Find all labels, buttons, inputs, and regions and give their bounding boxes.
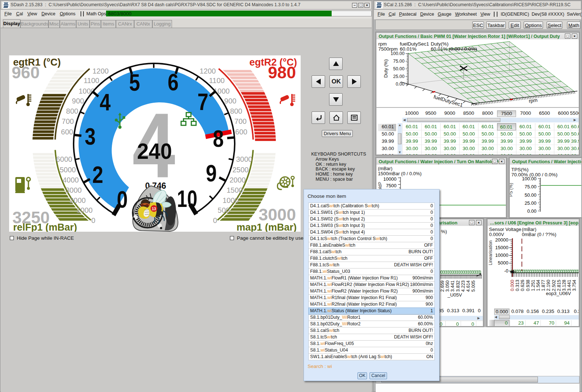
svg-text:15000: 15000	[495, 245, 508, 250]
svg-text:map1 (mBar): map1 (mBar)	[237, 222, 297, 232]
svg-text:13: 13	[152, 207, 156, 211]
svg-text:0: 0	[117, 187, 128, 213]
svg-text:900: 900	[224, 97, 236, 105]
svg-text:2000: 2000	[70, 196, 86, 204]
svg-text:2.190: 2.190	[546, 280, 551, 291]
svg-text:-0: -0	[504, 268, 508, 274]
svg-text:1.564: 1.564	[536, 280, 541, 291]
svg-text:0: 0	[91, 216, 95, 224]
svg-text:10: 10	[177, 186, 198, 212]
svg-text:0.313: 0.313	[515, 280, 520, 291]
svg-text:960: 960	[12, 63, 40, 82]
svg-text:75.00: 75.00	[393, 59, 405, 64]
svg-text:4.223: 4.223	[461, 281, 466, 292]
svg-text:_U05V: _U05V	[447, 292, 462, 298]
svg-text:7: 7	[198, 89, 208, 115]
svg-text:eop3_U06V: eop3_U06V	[546, 291, 571, 296]
svg-text:2000: 2000	[230, 176, 246, 184]
svg-text:1100: 1100	[83, 77, 99, 85]
svg-text:1200: 1200	[93, 67, 109, 75]
svg-text:1000: 1000	[77, 206, 93, 214]
svg-text:7500: 7500	[386, 183, 397, 188]
svg-text:700: 700	[234, 117, 246, 125]
svg-text:100.00: 100.00	[391, 51, 405, 56]
svg-text:1500: 1500	[227, 186, 243, 194]
svg-text:2: 2	[92, 162, 103, 188]
svg-text:0.626: 0.626	[520, 280, 525, 291]
svg-text:6000: 6000	[56, 155, 73, 163]
svg-text:2500: 2500	[233, 166, 249, 174]
svg-text:2.502: 2.502	[551, 280, 556, 291]
svg-text:980: 980	[268, 63, 296, 82]
svg-text:7500rpm: 7500rpm	[378, 46, 398, 52]
svg-text:700: 700	[62, 117, 74, 125]
svg-text:3.441: 3.441	[450, 281, 455, 292]
svg-text:500: 500	[218, 206, 230, 214]
svg-text:fuelDutySec1: fuelDutySec1	[400, 41, 429, 47]
svg-text:5: 5	[129, 70, 140, 96]
svg-text:75.00: 75.00	[524, 184, 536, 189]
svg-text:9: 9	[206, 160, 217, 187]
svg-text:rpm: rpm	[378, 41, 387, 47]
svg-text:1200: 1200	[200, 67, 216, 75]
svg-text:900: 900	[72, 97, 84, 105]
svg-text:6: 6	[168, 69, 179, 95]
svg-text:600: 600	[61, 128, 73, 136]
svg-text:3: 3	[85, 124, 96, 150]
svg-text:8: 8	[213, 126, 224, 152]
svg-text:0: 0	[213, 216, 217, 224]
svg-text:rpm: rpm	[528, 97, 538, 104]
svg-text:4: 4	[100, 89, 111, 115]
svg-text:3.754: 3.754	[572, 280, 577, 291]
svg-text:10000: 10000	[495, 252, 508, 258]
svg-text:1.877: 1.877	[541, 280, 546, 291]
svg-text:10000: 10000	[383, 176, 397, 182]
svg-text:60.01% (0.00 / 0.0%): 60.01% (0.00 / 0.0%)	[431, 46, 477, 52]
svg-text:3.128: 3.128	[562, 280, 567, 291]
svg-text:relFp1 (mBar): relFp1 (mBar)	[13, 222, 77, 232]
svg-text:3000: 3000	[66, 186, 82, 194]
svg-text:20000: 20000	[495, 237, 508, 243]
svg-text:25.00: 25.00	[524, 200, 536, 206]
svg-text:1.251: 1.251	[531, 280, 536, 291]
svg-text:100.00: 100.00	[522, 176, 536, 181]
svg-text:25.00: 25.00	[393, 74, 405, 79]
svg-text:5.005: 5.005	[471, 281, 476, 292]
svg-text:800: 800	[230, 107, 242, 115]
svg-text:0.00: 0.00	[527, 208, 536, 214]
svg-text:3.441: 3.441	[567, 280, 572, 291]
svg-text:5000: 5000	[498, 260, 508, 266]
svg-text:3000: 3000	[236, 155, 253, 163]
svg-text:50.00: 50.00	[393, 66, 405, 71]
svg-text:0.000: 0.000	[510, 280, 515, 291]
svg-text:2.815: 2.815	[556, 280, 562, 291]
svg-text:4.614: 4.614	[466, 281, 471, 292]
svg-text:600: 600	[235, 128, 247, 136]
svg-text:5000: 5000	[60, 166, 76, 174]
svg-text:3000: 3000	[259, 205, 296, 224]
svg-text:3.832: 3.832	[456, 281, 461, 292]
svg-text:50.00: 50.00	[524, 192, 536, 198]
svg-text:2.659: 2.659	[440, 281, 445, 292]
svg-text:3.050: 3.050	[445, 281, 450, 292]
svg-text:0.938: 0.938	[526, 280, 531, 291]
svg-text:4000: 4000	[63, 176, 79, 184]
svg-text:240: 240	[137, 138, 172, 164]
svg-text:60.01%: 60.01%	[400, 46, 417, 52]
svg-text:1100: 1100	[209, 77, 224, 85]
svg-text:800: 800	[66, 107, 78, 115]
svg-text:Duty(%): Duty(%)	[431, 41, 449, 47]
svg-text:Duty (%): Duty (%)	[383, 59, 388, 78]
svg-text:1000: 1000	[223, 196, 239, 204]
